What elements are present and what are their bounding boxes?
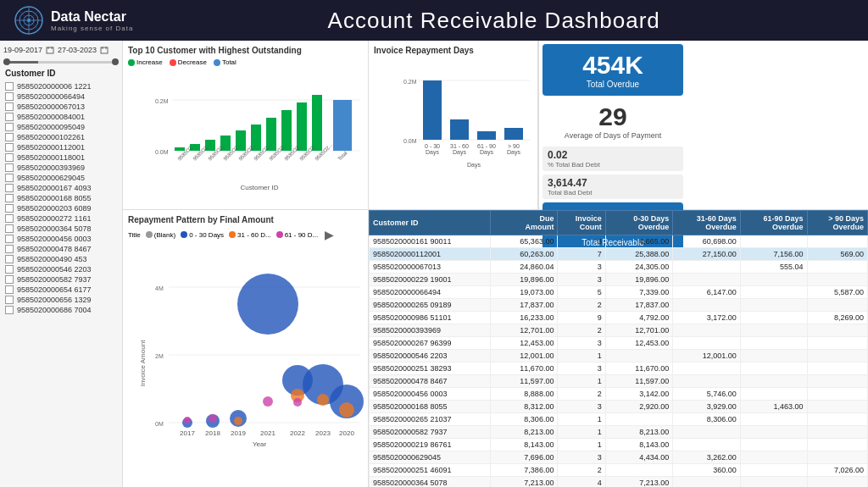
cell-value: 16,233.00 [490,312,558,324]
sidebar-item[interactable]: 9585020000167 4093 [3,183,119,193]
cell-value: 3 [558,274,605,286]
sidebar-item[interactable]: 9585020000118001 [3,152,119,163]
table-row[interactable]: 9585020000229 1900119,896.00319,896.00 [370,274,868,286]
table-row[interactable]: 9585020000161 9001165,363.0034,665.0060,… [370,235,868,248]
sidebar-item[interactable]: 9585020000102261 [3,132,119,142]
checkbox[interactable] [5,306,14,314]
cell-value: 65,363.00 [490,235,558,248]
sidebar-item[interactable]: 9585020000456 0003 [3,234,119,244]
sidebar-item[interactable]: 9585020000095049 [3,122,119,132]
checkbox[interactable] [5,184,14,192]
bubble-chart-panel: Repayment Pattern by Final Amount Title … [123,210,369,487]
checkbox[interactable] [5,255,14,263]
checkbox[interactable] [5,163,14,172]
cell-value: 25,388.00 [605,248,673,261]
sidebar-item[interactable]: 9585020000006 1221 [3,81,119,91]
table-row[interactable]: 9585020000364 50787,213.0047,213.00 [370,477,868,488]
svg-text:2022: 2022 [290,429,305,437]
checkbox[interactable] [5,235,14,243]
range-dot-left[interactable] [3,58,10,65]
table-row[interactable]: 958502000006701324,860.04324,305.00555.0… [370,261,868,274]
table-row[interactable]: 9585020000168 80558,312.0032,920.003,929… [370,401,868,413]
table-row[interactable]: 95850200006290457,696.0034,434.003,262.0… [370,451,868,464]
cell-value: 11,597.00 [490,375,558,388]
cell-value: 3,172.00 [673,312,741,324]
svg-text:0.2M: 0.2M [403,79,417,85]
sidebar-item[interactable]: 9585020000393969 [3,163,119,173]
table-row[interactable]: 958502000039396912,701.00212,701.00 [370,324,868,337]
checkbox[interactable] [5,92,14,101]
table-row[interactable]: 9585020000251 460917,386.002360.007,026.… [370,464,868,477]
cell-value: 12,001.00 [673,350,741,362]
table-row[interactable]: 9585020000219 867618,143.0018,143.00 [370,439,868,451]
table-row[interactable]: 9585020000986 5110116,233.0094,792.003,1… [370,312,868,324]
checkbox[interactable] [5,285,14,294]
cell-customer-id: 9585020000168 8055 [370,401,491,413]
center-content: Top 10 Customer with Highest Outstanding… [123,41,868,487]
col-31-60: 31-60 DaysOverdue [673,211,741,235]
cell-value: 3 [558,451,605,464]
checkbox[interactable] [5,204,14,213]
sidebar-item[interactable]: 9585020000629045 [3,173,119,183]
sidebar-item[interactable]: 9585020000067013 [3,102,119,112]
col-0-30: 0-30 DaysOverdue [605,211,673,235]
table-row[interactable]: 9585020000265 0918917,837.00217,837.00 [370,299,868,312]
cell-value: 5,587.00 [807,286,867,299]
sidebar-item[interactable]: 9585020000582 7937 [3,274,119,285]
svg-point-78 [184,417,191,423]
checkbox[interactable] [5,113,14,121]
checkbox[interactable] [5,143,14,152]
checkbox[interactable] [5,224,14,233]
range-dot-right[interactable] [112,58,119,65]
cell-value [740,439,807,451]
31-60-label: 31 - 60 D... [237,231,271,239]
table-row[interactable]: 9585020000251 3829311,670.00311,670.00 [370,362,868,375]
checkbox[interactable] [5,265,14,274]
sidebar-item[interactable]: 9585020000084001 [3,112,119,122]
sidebar-item[interactable]: 9585020000066494 [3,91,119,102]
total-bad-debt-label: Total Bad Debt [548,189,678,196]
sidebar-item[interactable]: 9585020000654 6177 [3,285,119,295]
checkbox[interactable] [5,82,14,91]
sidebar-item[interactable]: 9585020000546 2203 [3,264,119,274]
total-label: Total [222,58,236,66]
legend-next-arrow[interactable]: ▶ [323,228,336,241]
table-row[interactable]: 958502000006649419,073.0057,339.006,147.… [370,286,868,299]
sidebar-item[interactable]: 9585020000656 1329 [3,295,119,305]
checkbox[interactable] [5,123,14,131]
sidebar-item[interactable]: 9585020000478 8467 [3,244,119,254]
cell-value [807,413,867,426]
cell-value: 2 [558,388,605,401]
checkbox[interactable] [5,296,14,304]
checkbox[interactable] [5,153,14,162]
checkbox[interactable] [5,214,14,223]
table-row[interactable]: 9585020000582 79378,213.0018,213.00 [370,426,868,439]
sidebar-item[interactable]: 9585020000203 6089 [3,203,119,213]
checkbox[interactable] [5,174,14,182]
cell-value: 12,701.00 [490,324,558,337]
sidebar-item[interactable]: 9585020000686 7004 [3,305,119,315]
legend-increase: Increase [128,58,163,66]
checkbox[interactable] [5,194,14,202]
table-row[interactable]: 9585020000546 220312,001.00112,001.00 [370,350,868,362]
cell-value: 8,888.00 [490,388,558,401]
table-row[interactable]: 958502000011200160,263.00725,388.0027,15… [370,248,868,261]
checkbox[interactable] [5,245,14,253]
table-row[interactable]: 9585020000267 9639912,453.00312,453.00 [370,337,868,350]
sidebar-item[interactable]: 9585020000364 5078 [3,224,119,234]
checkbox[interactable] [5,275,14,284]
sidebar-item[interactable]: 9585020000272 1161 [3,213,119,224]
svg-text:2017: 2017 [180,429,195,437]
sidebar-item[interactable]: 9585020000112001 [3,142,119,152]
61-90-dot [276,231,283,238]
sidebar-item[interactable]: 9585020000168 8055 [3,193,119,203]
date-range-bar[interactable] [3,61,119,64]
table-row[interactable]: 9585020000265 210378,306.0018,306.00 [370,413,868,426]
svg-text:4M: 4M [155,285,164,291]
table-row[interactable]: 9585020000478 846711,597.00111,597.00 [370,375,868,388]
checkbox[interactable] [5,102,14,111]
pct-bad-debt-label: % Total Bad Debt [548,161,678,169]
sidebar-item[interactable]: 9585020000490 453 [3,254,119,264]
checkbox[interactable] [5,133,14,141]
table-row[interactable]: 9585020000456 00038,888.0023,142.005,746… [370,388,868,401]
